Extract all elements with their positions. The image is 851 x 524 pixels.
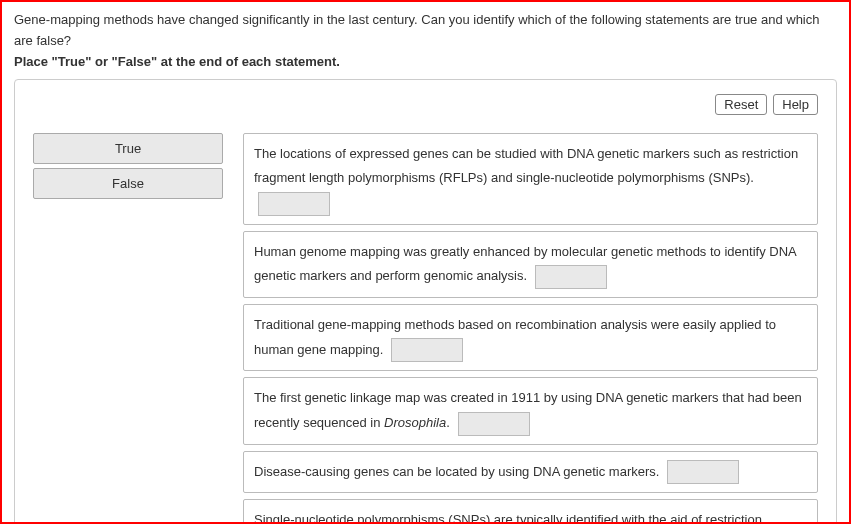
draggable-false[interactable]: False — [33, 168, 223, 199]
panel-toolbar: Reset Help — [33, 94, 818, 115]
statement-4-species: Drosophila — [384, 415, 446, 430]
statement-6-text: Single-nucleotide polymorphisms (SNPs) a… — [254, 512, 762, 524]
statement-2-text: Human genome mapping was greatly enhance… — [254, 244, 796, 284]
statement-4: The first genetic linkage map was create… — [243, 377, 818, 444]
drop-slot-1[interactable] — [258, 192, 330, 216]
statement-4-text-c: . — [446, 415, 450, 430]
draggable-true[interactable]: True — [33, 133, 223, 164]
drop-slot-5[interactable] — [667, 460, 739, 484]
drop-slot-4[interactable] — [458, 412, 530, 436]
statements-column: The locations of expressed genes can be … — [243, 133, 818, 524]
draggable-source-column: True False — [33, 133, 223, 203]
question-intro: Gene-mapping methods have changed signif… — [14, 10, 837, 52]
question-frame: Gene-mapping methods have changed signif… — [0, 0, 851, 524]
statement-1: The locations of expressed genes can be … — [243, 133, 818, 225]
statement-5-text: Disease-causing genes can be located by … — [254, 464, 659, 479]
statement-3: Traditional gene-mapping methods based o… — [243, 304, 818, 371]
statement-3-text: Traditional gene-mapping methods based o… — [254, 317, 776, 357]
drop-slot-3[interactable] — [391, 338, 463, 362]
statement-5: Disease-causing genes can be located by … — [243, 451, 818, 494]
interaction-panel: Reset Help True False The locations of e… — [14, 79, 837, 524]
reset-button[interactable]: Reset — [715, 94, 767, 115]
work-area: True False The locations of expressed ge… — [33, 133, 818, 524]
statement-1-text: The locations of expressed genes can be … — [254, 146, 798, 186]
statement-2: Human genome mapping was greatly enhance… — [243, 231, 818, 298]
question-instruction: Place "True" or "False" at the end of ea… — [14, 54, 837, 69]
help-button[interactable]: Help — [773, 94, 818, 115]
drop-slot-2[interactable] — [535, 265, 607, 289]
statement-6: Single-nucleotide polymorphisms (SNPs) a… — [243, 499, 818, 524]
